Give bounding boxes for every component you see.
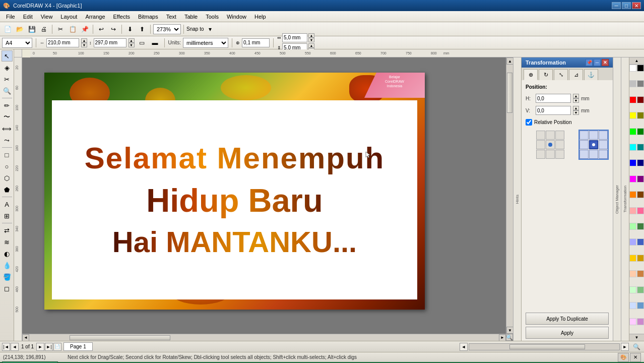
- scroll-thumb-h[interactable]: [70, 335, 170, 340]
- v-up[interactable]: ▲: [573, 106, 579, 110]
- palette-scroll-up[interactable]: ▲: [629, 57, 644, 65]
- pos-tr[interactable]: [555, 131, 564, 140]
- scroll-thumb-v[interactable]: [507, 73, 512, 113]
- panel-minimize-button[interactable]: ─: [594, 59, 601, 66]
- swatch-peach[interactable]: [629, 270, 636, 277]
- menu-window[interactable]: Window: [223, 13, 250, 21]
- tab-anchor[interactable]: ⚓: [584, 69, 598, 80]
- swatch-forest[interactable]: [637, 223, 644, 230]
- redo-button[interactable]: ↪: [108, 24, 119, 35]
- swatch-purple[interactable]: [637, 175, 644, 183]
- panel-pin-button[interactable]: 📌: [586, 59, 593, 66]
- canvas-area[interactable]: BelajarCorelDRAWIndonesia Selamat Menemp…: [22, 57, 513, 341]
- page-size-select[interactable]: A4: [2, 38, 32, 48]
- polygon-tool[interactable]: ⬡: [2, 172, 13, 184]
- menu-file[interactable]: File: [2, 13, 19, 21]
- taskbar-corel[interactable]: 🎨 CorelDRAW X4: [2, 361, 58, 364]
- crop-tool[interactable]: ✂: [2, 74, 13, 85]
- table-tool[interactable]: ⊞: [2, 210, 13, 221]
- portrait-button[interactable]: ▭: [137, 37, 148, 48]
- dimension-tool[interactable]: ⟺: [2, 123, 13, 134]
- tab-scale[interactable]: ⤡: [554, 69, 568, 80]
- first-page-button[interactable]: |◄: [2, 343, 10, 351]
- swatch-light-blue[interactable]: [629, 238, 636, 246]
- spacing-h-input[interactable]: [282, 33, 307, 42]
- select-tool[interactable]: ↖: [2, 50, 13, 62]
- minimize-button[interactable]: ─: [612, 2, 621, 9]
- import-button[interactable]: ⬇: [124, 24, 136, 35]
- save-button[interactable]: 💾: [26, 24, 37, 35]
- smart-draw-tool[interactable]: 〜: [2, 111, 13, 123]
- menu-text[interactable]: Text: [162, 13, 180, 21]
- grid-mc-active[interactable]: [589, 140, 598, 149]
- swatch-dark-gold[interactable]: [637, 255, 644, 262]
- pos-bl[interactable]: [536, 150, 545, 159]
- landscape-button[interactable]: ▬: [150, 37, 161, 48]
- pos-tl[interactable]: [536, 131, 545, 140]
- grid-bl[interactable]: [579, 150, 589, 159]
- cut-button[interactable]: ✂: [55, 24, 66, 35]
- menu-layout[interactable]: Layout: [56, 13, 81, 21]
- last-page-button[interactable]: ►|: [45, 343, 53, 351]
- swatch-brown[interactable]: [637, 191, 644, 198]
- h-scroll-track[interactable]: [469, 343, 620, 350]
- sh-down[interactable]: ▼: [308, 38, 314, 42]
- connector-tool[interactable]: ⤳: [2, 135, 13, 146]
- swatch-light-green[interactable]: [629, 223, 636, 230]
- prev-page-button[interactable]: ◄: [11, 343, 19, 351]
- shape-tool[interactable]: ◈: [2, 62, 13, 73]
- v-input[interactable]: [536, 106, 571, 115]
- menu-view[interactable]: View: [37, 13, 57, 21]
- height-up[interactable]: ▲: [128, 38, 135, 43]
- text-tool[interactable]: A: [2, 199, 13, 210]
- units-select[interactable]: millimeters: [183, 38, 228, 48]
- menu-effects[interactable]: Effects: [109, 13, 134, 21]
- scroll-left-button[interactable]: ◄: [22, 334, 29, 341]
- maximize-button[interactable]: □: [622, 2, 631, 9]
- parallel-dimension-tool[interactable]: ⇄: [2, 225, 13, 236]
- swatch-orange[interactable]: [629, 191, 636, 198]
- width-input[interactable]: [46, 38, 79, 47]
- swatch-silver[interactable]: [629, 80, 636, 87]
- height-input[interactable]: [94, 38, 126, 47]
- transformation-bar[interactable]: Transformation: [621, 57, 629, 341]
- undo-button[interactable]: ↩: [96, 24, 107, 35]
- close-status[interactable]: ✕: [630, 353, 641, 362]
- swatch-red[interactable]: [629, 96, 636, 103]
- open-button[interactable]: 📂: [14, 24, 25, 35]
- menu-help[interactable]: Help: [250, 13, 270, 21]
- pos-tc[interactable]: [546, 131, 555, 140]
- zoom-fit-button[interactable]: 🔍: [631, 341, 642, 352]
- swatch-olive[interactable]: [637, 112, 644, 119]
- menu-edit[interactable]: Edit: [19, 13, 37, 21]
- ellipse-tool[interactable]: ○: [2, 161, 13, 172]
- new-button[interactable]: 📄: [2, 24, 13, 35]
- swatch-steel-blue[interactable]: [637, 302, 644, 309]
- apply-to-duplicate-button[interactable]: Apply To Duplicate: [526, 313, 609, 325]
- pos-mc[interactable]: [546, 140, 555, 149]
- swatch-sky[interactable]: [629, 302, 636, 309]
- swatch-teal[interactable]: [637, 144, 644, 151]
- rectangle-tool[interactable]: □: [2, 149, 13, 160]
- menu-arrange[interactable]: Arrange: [81, 13, 109, 21]
- swatch-dark-red[interactable]: [637, 96, 644, 103]
- pos-ml[interactable]: [536, 140, 545, 149]
- grid-tl[interactable]: [579, 131, 589, 140]
- h-scroll-left[interactable]: ◄: [460, 343, 468, 351]
- swatch-white[interactable]: [629, 65, 636, 72]
- sh-up[interactable]: ▲: [308, 33, 314, 38]
- swatch-royal-blue[interactable]: [637, 238, 644, 246]
- next-page-button[interactable]: ►: [36, 343, 44, 351]
- grid-br[interactable]: [599, 150, 608, 159]
- swatch-green[interactable]: [637, 128, 644, 135]
- copy-button[interactable]: 📋: [67, 24, 78, 35]
- swatch-black[interactable]: [637, 65, 644, 72]
- grid-ml[interactable]: [579, 140, 589, 149]
- color-indicator[interactable]: 🎨: [618, 353, 629, 362]
- swatch-gray[interactable]: [637, 80, 644, 87]
- freehand-tool[interactable]: ✏: [2, 100, 13, 111]
- swatch-orchid[interactable]: [637, 318, 644, 325]
- basic-shapes-tool[interactable]: ⬟: [2, 184, 13, 195]
- scrollbar-horizontal[interactable]: ◄ ►: [22, 334, 506, 341]
- object-manager-bar[interactable]: Object Manager: [613, 57, 621, 341]
